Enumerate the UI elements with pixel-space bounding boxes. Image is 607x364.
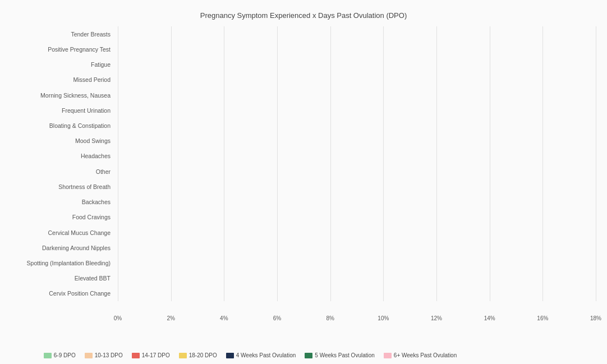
y-axis-labels: Tender BreastsPositive Pregnancy TestFat… <box>3 26 115 301</box>
x-tick: 0% <box>114 315 122 321</box>
legend-swatch <box>44 353 52 358</box>
x-tick: 2% <box>167 315 174 321</box>
legend-item: 4 Weeks Past Ovulation <box>226 352 296 358</box>
x-tick: 18% <box>590 315 601 321</box>
legend-swatch <box>305 353 312 358</box>
chart-container: Pregnancy Symptom Experienced x Days Pas… <box>0 0 607 364</box>
y-label: Morning Sickness, Nausea <box>40 92 111 99</box>
legend-label: 14-17 DPO <box>142 352 170 358</box>
legend-swatch <box>85 353 93 358</box>
legend-swatch <box>132 353 140 358</box>
x-tick: 14% <box>484 315 495 321</box>
legend-item: 10-13 DPO <box>85 352 123 358</box>
legend-label: 10-13 DPO <box>95 352 123 358</box>
x-tick: 16% <box>537 315 548 321</box>
y-label: Tender Breasts <box>71 31 111 38</box>
y-label: Elevated BBT <box>75 275 111 282</box>
legend-label: 18-20 DPO <box>189 352 217 358</box>
y-label: Bloating & Constipation <box>49 122 111 129</box>
x-tick: 6% <box>273 315 281 321</box>
bars-area <box>118 26 596 301</box>
x-tick: 10% <box>378 315 389 321</box>
legend-label: 6+ Weeks Past Ovulation <box>394 352 457 358</box>
legend-item: 14-17 DPO <box>132 352 170 358</box>
legend-item: 6-9 DPO <box>44 352 76 358</box>
y-label: Darkening Around Nipples <box>42 245 111 251</box>
legend-item: 18-20 DPO <box>179 352 217 358</box>
y-label: Shortness of Breath <box>58 183 111 190</box>
y-label: Frequent Urination <box>62 107 111 114</box>
legend-swatch <box>384 353 392 358</box>
y-label: Missed Period <box>73 76 111 83</box>
chart-title: Pregnancy Symptom Experienced x Days Pas… <box>11 11 596 20</box>
legend-item: 5 Weeks Past Ovulation <box>305 352 375 358</box>
x-tick: 12% <box>431 315 442 321</box>
y-label: Positive Pregnancy Test <box>48 46 111 53</box>
legend-label: 4 Weeks Past Ovulation <box>236 352 296 358</box>
legend-label: 5 Weeks Past Ovulation <box>315 352 375 358</box>
grid-line <box>596 26 596 301</box>
x-tick: 8% <box>326 315 334 321</box>
legend-swatch <box>226 353 234 358</box>
legend-label: 6-9 DPO <box>54 352 76 358</box>
y-label: Spotting (Implantation Bleeding) <box>27 260 111 266</box>
y-label: Backaches <box>82 199 111 205</box>
y-label: Other <box>96 168 111 175</box>
chart-area: Tender BreastsPositive Pregnancy TestFat… <box>118 26 596 301</box>
y-label: Headaches <box>81 153 111 159</box>
y-label: Cervical Mucus Change <box>48 229 111 236</box>
legend: 6-9 DPO10-13 DPO14-17 DPO18-20 DPO4 Week… <box>0 352 607 358</box>
legend-item: 6+ Weeks Past Ovulation <box>384 352 457 358</box>
y-label: Fatigue <box>91 61 111 68</box>
y-label: Food Cravings <box>72 214 111 220</box>
x-tick: 4% <box>220 315 228 321</box>
legend-swatch <box>179 353 187 358</box>
y-label: Mood Swings <box>75 137 111 144</box>
y-label: Cervix Position Change <box>49 290 111 297</box>
